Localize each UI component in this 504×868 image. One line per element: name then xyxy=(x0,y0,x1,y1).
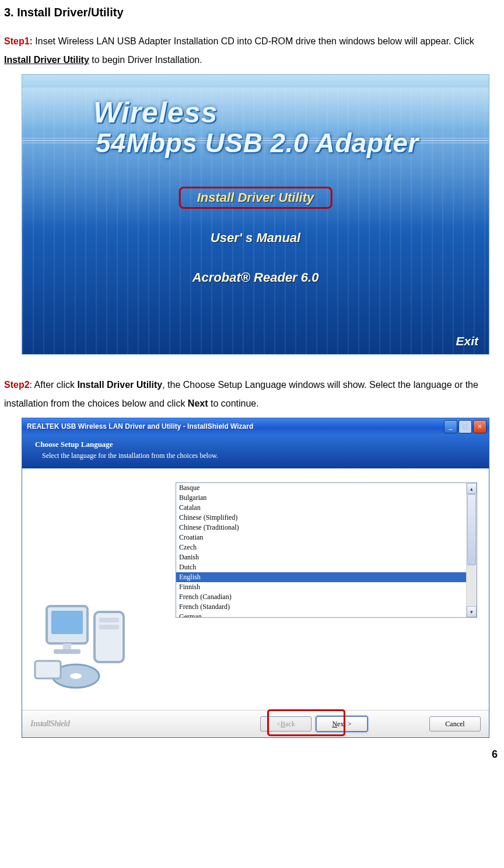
step1-label: Step1: xyxy=(4,36,33,46)
next-button[interactable]: Next > xyxy=(316,716,368,732)
splash-menu: Install Driver Utility User' s Manual Ac… xyxy=(179,187,332,288)
banner-heading: Choose Setup Language xyxy=(35,440,476,449)
scroll-up-button[interactable]: ▴ xyxy=(467,483,477,494)
language-option[interactable]: Chinese (Simplified) xyxy=(176,513,466,523)
step2-bold2: Next xyxy=(188,398,208,408)
language-option[interactable]: English xyxy=(176,572,466,582)
language-option[interactable]: Bulgarian xyxy=(176,493,466,503)
step2-text-c: to continue. xyxy=(208,398,259,408)
scroll-thumb[interactable] xyxy=(467,494,476,565)
step2-bold1: Install Driver Utility xyxy=(77,380,162,390)
svg-rect-1 xyxy=(51,611,83,634)
window-controls: _ □ × xyxy=(444,420,487,433)
maximize-button: □ xyxy=(459,420,472,433)
wizard-button-bar: InstallShield < Back Next > Cancel xyxy=(22,710,489,737)
listbox-scrollbar[interactable]: ▴ ▾ xyxy=(466,483,477,617)
language-listbox[interactable]: BasqueBulgarianCatalanChinese (Simplifie… xyxy=(176,482,477,618)
exit-button[interactable]: Exit xyxy=(456,334,478,348)
install-driver-utility-button[interactable]: Install Driver Utility xyxy=(179,187,332,209)
computer-cd-icon xyxy=(34,596,145,695)
cancel-button[interactable]: Cancel xyxy=(429,716,481,732)
svg-rect-9 xyxy=(35,661,61,678)
back-button: < Back xyxy=(260,716,312,732)
minimize-button[interactable]: _ xyxy=(444,420,457,433)
language-option[interactable]: French (Canadian) xyxy=(176,592,466,602)
language-list-items[interactable]: BasqueBulgarianCatalanChinese (Simplifie… xyxy=(176,483,466,617)
language-option[interactable]: French (Standard) xyxy=(176,602,466,612)
acrobat-reader-button[interactable]: Acrobat® Reader 6.0 xyxy=(184,267,327,288)
wizard-banner: Choose Setup Language Select the languag… xyxy=(22,435,489,468)
language-option[interactable]: Danish xyxy=(176,552,466,562)
step1-text-b: to begin Driver Installation. xyxy=(89,55,202,65)
language-option[interactable]: Chinese (Traditional) xyxy=(176,523,466,533)
window-title: REALTEK USB Wireless LAN Driver and Util… xyxy=(27,422,253,430)
banner-subtext: Select the language for the installation… xyxy=(42,452,476,460)
language-option[interactable]: Catalan xyxy=(176,503,466,513)
installshield-brand: InstallShield xyxy=(30,719,69,729)
svg-rect-5 xyxy=(99,618,119,622)
decorative-lines xyxy=(22,140,489,141)
language-option[interactable]: Finnish xyxy=(176,582,466,592)
titlebar: REALTEK USB Wireless LAN Driver and Util… xyxy=(22,418,489,435)
section-heading: 3. Install Driver/Utility xyxy=(4,6,500,19)
svg-rect-6 xyxy=(99,625,119,629)
step1-paragraph: Step1: Inset Wireless LAN USB Adapter In… xyxy=(4,32,500,69)
step2-text-a: : After click xyxy=(30,380,78,390)
language-listbox-wrap: BasqueBulgarianCatalanChinese (Simplifie… xyxy=(176,482,489,618)
step2-label: Step2 xyxy=(4,380,30,390)
language-option[interactable]: Basque xyxy=(176,483,466,493)
users-manual-button[interactable]: User' s Manual xyxy=(202,228,309,249)
language-option[interactable]: Dutch xyxy=(176,562,466,572)
svg-rect-3 xyxy=(54,649,80,654)
page-number: 6 xyxy=(4,748,498,761)
language-option[interactable]: German xyxy=(176,612,466,617)
autorun-splash-screenshot: Wireless 54Mbps USB 2.0 Adapter Install … xyxy=(22,74,489,355)
step2-paragraph: Step2: After click Install Driver Utilit… xyxy=(4,376,500,413)
scroll-down-button[interactable]: ▾ xyxy=(467,606,477,617)
step1-text-a: Inset Wireless LAN USB Adapter Installat… xyxy=(33,36,474,46)
language-option[interactable]: Czech xyxy=(176,542,466,552)
svg-point-8 xyxy=(70,673,82,679)
splash-title-line2: 54Mbps USB 2.0 Adapter xyxy=(96,127,419,159)
close-button[interactable]: × xyxy=(473,420,487,433)
splash-title-line1: Wireless xyxy=(93,96,218,130)
wizard-artwork xyxy=(22,596,176,710)
language-option[interactable]: Croatian xyxy=(176,533,466,542)
wizard-body: BasqueBulgarianCatalanChinese (Simplifie… xyxy=(22,468,489,710)
installshield-window: REALTEK USB Wireless LAN Driver and Util… xyxy=(22,418,489,738)
svg-rect-2 xyxy=(63,643,71,649)
step1-action: Install Driver Utility xyxy=(4,55,89,65)
scroll-track[interactable] xyxy=(467,494,477,606)
